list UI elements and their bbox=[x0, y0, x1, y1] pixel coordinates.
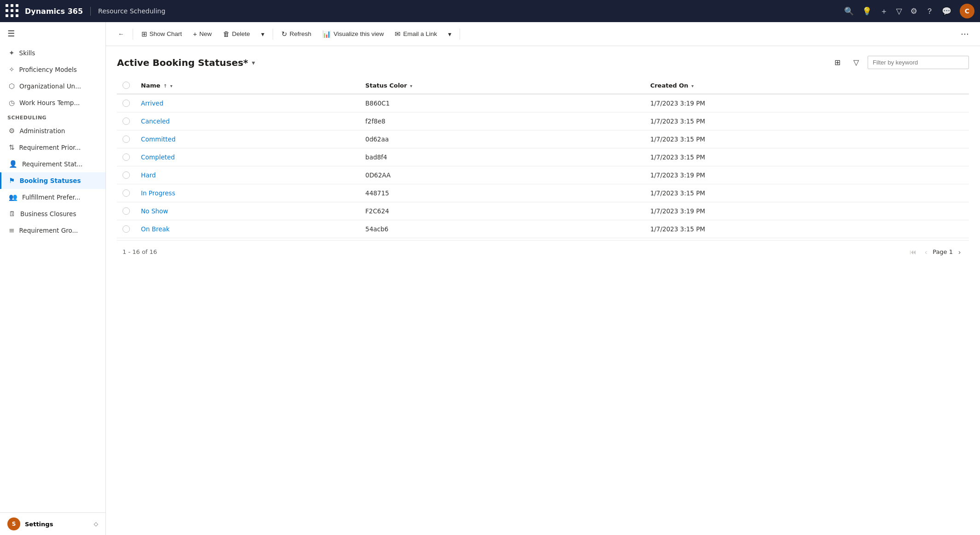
row-name-link[interactable]: No Show bbox=[141, 207, 168, 215]
refresh-button[interactable]: ↻ Refresh bbox=[277, 27, 316, 41]
row-name-cell: No Show bbox=[135, 202, 360, 220]
row-created-on-cell: 1/7/2023 3:15 PM bbox=[645, 148, 969, 166]
row-name-cell: Hard bbox=[135, 166, 360, 184]
row-checkbox-cell bbox=[117, 112, 135, 130]
sidebar-item-label: Work Hours Temp... bbox=[19, 99, 80, 106]
filter-input[interactable] bbox=[868, 56, 969, 69]
delete-icon: 🗑 bbox=[223, 30, 230, 38]
brand-name: Dynamics 365 bbox=[25, 7, 91, 16]
sidebar-item-proficiency-models[interactable]: ✧ Proficiency Models bbox=[0, 61, 105, 78]
command-bar: ← ⊞ Show Chart + New 🗑 Delete ▾ ↻ Refres… bbox=[106, 22, 980, 46]
row-name-link[interactable]: Completed bbox=[141, 153, 175, 161]
new-button[interactable]: + New bbox=[188, 27, 216, 41]
sidebar-item-req-groups[interactable]: ≡ Requirement Gro... bbox=[0, 222, 105, 239]
first-page-button[interactable]: ⏮ bbox=[907, 246, 919, 258]
row-checkbox[interactable] bbox=[122, 100, 130, 107]
col-created-on[interactable]: Created On ▾ bbox=[645, 77, 969, 94]
row-name-link[interactable]: Hard bbox=[141, 171, 156, 179]
view-filter-button[interactable]: ▽ bbox=[849, 55, 863, 70]
row-checkbox[interactable] bbox=[122, 225, 130, 233]
header-checkbox-col bbox=[117, 77, 135, 94]
prev-page-button[interactable]: ‹ bbox=[922, 246, 930, 258]
add-icon[interactable]: ＋ bbox=[880, 6, 888, 17]
user-avatar[interactable]: C bbox=[960, 4, 974, 18]
email-icon: ✉ bbox=[395, 30, 401, 38]
view-layout-button[interactable]: ⊞ bbox=[830, 55, 845, 70]
sidebar-item-skills[interactable]: ✦ Skills bbox=[0, 45, 105, 61]
view-header-actions: ⊞ ▽ bbox=[830, 55, 969, 70]
col-name-sort-asc: ↑ bbox=[163, 83, 167, 88]
fulfillment-icon: 👥 bbox=[9, 193, 18, 201]
sidebar-item-business-closures[interactable]: 🗓 Business Closures bbox=[0, 206, 105, 222]
sidebar-item-administration[interactable]: ⚙ Administration bbox=[0, 123, 105, 139]
table-row: Arrived B860C1 1/7/2023 3:19 PM bbox=[117, 94, 969, 112]
row-checkbox[interactable] bbox=[122, 153, 130, 161]
row-status-color-cell: 0d62aa bbox=[360, 130, 645, 148]
col-name[interactable]: Name ↑ ▾ bbox=[135, 77, 360, 94]
row-checkbox-cell bbox=[117, 202, 135, 220]
sidebar-item-label: Organizational Un... bbox=[19, 82, 81, 90]
sidebar-item-booking-statuses[interactable]: ⚑ Booking Statuses bbox=[0, 172, 105, 189]
row-name-link[interactable]: On Break bbox=[141, 225, 169, 233]
sidebar-footer[interactable]: S Settings ◇ bbox=[0, 512, 105, 535]
back-button[interactable]: ← bbox=[113, 28, 129, 40]
delete-button[interactable]: 🗑 Delete bbox=[218, 27, 255, 41]
row-checkbox[interactable] bbox=[122, 118, 130, 125]
row-name-link[interactable]: In Progress bbox=[141, 189, 175, 197]
sidebar-item-fulfillment-pref[interactable]: 👥 Fulfillment Prefer... bbox=[0, 189, 105, 206]
app-grid-icon[interactable] bbox=[6, 4, 19, 18]
skills-icon: ✦ bbox=[9, 49, 15, 57]
row-checkbox[interactable] bbox=[122, 207, 130, 215]
refresh-label: Refresh bbox=[290, 30, 311, 37]
row-name-cell: Canceled bbox=[135, 112, 360, 130]
visualize-button[interactable]: 📊 Visualize this view bbox=[318, 27, 388, 41]
row-name-link[interactable]: Arrived bbox=[141, 100, 163, 107]
col-name-label: Name bbox=[141, 82, 160, 89]
row-name-link[interactable]: Committed bbox=[141, 135, 175, 143]
row-checkbox[interactable] bbox=[122, 135, 130, 143]
next-page-button[interactable]: › bbox=[956, 246, 963, 258]
show-chart-button[interactable]: ⊞ Show Chart bbox=[137, 27, 187, 41]
row-name-link[interactable]: Canceled bbox=[141, 118, 170, 125]
row-checkbox[interactable] bbox=[122, 189, 130, 197]
cmd-divider-3 bbox=[460, 29, 460, 40]
col-name-sort-icon: ▾ bbox=[170, 83, 172, 88]
show-chart-icon: ⊞ bbox=[141, 30, 147, 38]
help-icon[interactable]: ？ bbox=[926, 6, 933, 17]
settings-icon[interactable]: ⚙ bbox=[910, 6, 917, 16]
feedback-icon[interactable]: 💬 bbox=[942, 6, 951, 16]
sidebar-item-label: Business Closures bbox=[20, 210, 76, 218]
row-name-cell: On Break bbox=[135, 220, 360, 238]
email-link-button[interactable]: ✉ Email a Link bbox=[390, 27, 442, 41]
col-status-color[interactable]: Status Color ▾ bbox=[360, 77, 645, 94]
select-all-checkbox[interactable] bbox=[122, 82, 130, 89]
sidebar-item-req-priorities[interactable]: ⇅ Requirement Prior... bbox=[0, 139, 105, 156]
view-title: Active Booking Statuses* bbox=[117, 57, 248, 68]
page-label: Page 1 bbox=[933, 248, 953, 255]
email-link-label: Email a Link bbox=[403, 30, 437, 37]
sidebar-item-org-units[interactable]: ⬡ Organizational Un... bbox=[0, 78, 105, 94]
top-nav-icons: 🔍 💡 ＋ ▽ ⚙ ？ 💬 C bbox=[844, 4, 974, 18]
sidebar-item-work-hours[interactable]: ◷ Work Hours Temp... bbox=[0, 94, 105, 111]
row-checkbox[interactable] bbox=[122, 171, 130, 179]
row-checkbox-cell bbox=[117, 148, 135, 166]
clock-icon: ◷ bbox=[9, 99, 15, 107]
filter-icon[interactable]: ▽ bbox=[896, 6, 902, 16]
view-title-chevron-icon[interactable]: ▾ bbox=[252, 59, 255, 66]
search-icon[interactable]: 🔍 bbox=[844, 6, 854, 16]
email-dropdown-button[interactable]: ▾ bbox=[443, 28, 456, 41]
view-title-row: Active Booking Statuses* ▾ bbox=[117, 57, 255, 68]
lightbulb-icon[interactable]: 💡 bbox=[862, 6, 872, 16]
sidebar-item-label: Skills bbox=[19, 49, 35, 57]
more-button[interactable]: ⋯ bbox=[957, 27, 973, 41]
sidebar-item-req-statuses[interactable]: 👤 Requirement Stat... bbox=[0, 156, 105, 172]
table-footer: 1 - 16 of 16 ⏮ ‹ Page 1 › bbox=[117, 240, 969, 258]
settings-label: Settings bbox=[25, 521, 89, 528]
calendar-icon: 🗓 bbox=[9, 210, 16, 218]
delete-dropdown-button[interactable]: ▾ bbox=[257, 28, 269, 41]
table-row: Completed bad8f4 1/7/2023 3:15 PM bbox=[117, 148, 969, 166]
row-status-color-cell: 448715 bbox=[360, 184, 645, 202]
table-row: No Show F2C624 1/7/2023 3:19 PM bbox=[117, 202, 969, 220]
hamburger-menu[interactable]: ☰ bbox=[0, 22, 105, 45]
settings-avatar: S bbox=[7, 517, 20, 530]
